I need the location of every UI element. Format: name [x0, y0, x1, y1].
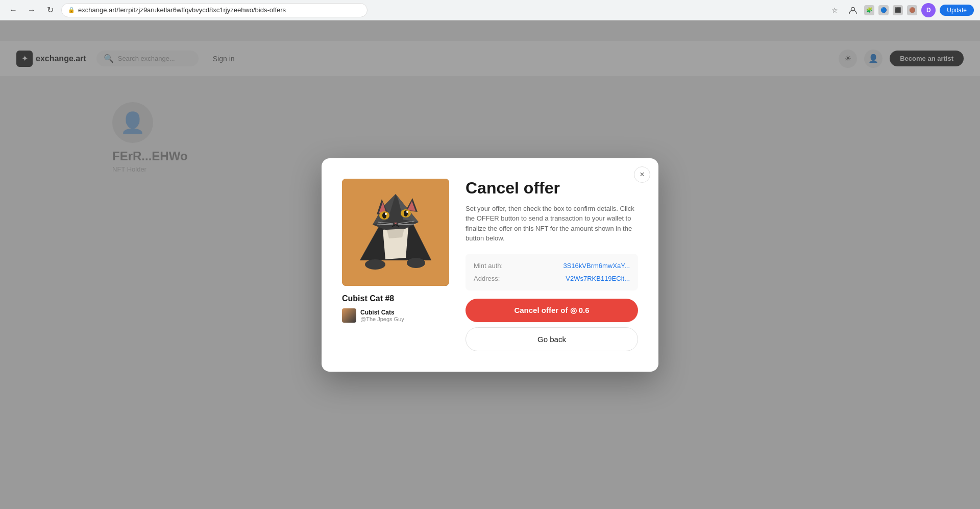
svg-point-25 [365, 259, 385, 270]
svg-marker-24 [387, 229, 404, 238]
cancel-offer-button[interactable]: Cancel offer of ◎ 0.6 [465, 299, 638, 322]
mint-auth-row: Mint auth: 3S16kVBrm6mwXaY... [474, 262, 630, 270]
collection-name: Cubist Cats [360, 309, 404, 316]
user-avatar[interactable]: D [921, 3, 936, 17]
browser-chrome: ← → ↻ 🔒 exchange.art/ferrpitzjz9aruketla… [0, 0, 980, 20]
modal-right-panel: Cancel offer Set your offer, then check … [465, 179, 638, 351]
browser-actions: ☆ 🧩 🔵 ⬛ 🟤 D Update [827, 3, 974, 17]
address-label: Address: [474, 275, 500, 282]
extension-icon-2: 🔵 [878, 5, 889, 15]
nft-image [342, 179, 449, 286]
cancel-offer-modal: × [322, 158, 658, 372]
address-row: Address: V2Ws7RKB119ECit... [474, 275, 630, 282]
update-button[interactable]: Update [940, 5, 974, 16]
url-text: exchange.art/ferrpitzjz9aruketlar6wffqvb… [78, 6, 286, 14]
info-grid: Mint auth: 3S16kVBrm6mwXaY... Address: V… [465, 254, 638, 290]
modal-description: Set your offer, then check the box to co… [465, 204, 638, 244]
url-bar[interactable]: 🔒 exchange.art/ferrpitzjz9aruketlar6wffq… [61, 3, 368, 17]
extension-icon-4: 🟤 [907, 5, 917, 15]
forward-nav-button[interactable]: → [24, 3, 39, 17]
svg-point-15 [385, 213, 387, 215]
svg-point-26 [407, 258, 425, 268]
go-back-button[interactable]: Go back [465, 327, 638, 351]
bookmark-button[interactable]: ☆ [827, 3, 842, 17]
mint-auth-label: Mint auth: [474, 262, 503, 270]
svg-point-16 [406, 211, 408, 213]
back-nav-button[interactable]: ← [6, 3, 20, 17]
lock-icon: 🔒 [68, 7, 75, 13]
cancel-offer-label: Cancel offer of ◎ 0.6 [514, 306, 589, 315]
collection-info: Cubist Cats @The Jpegs Guy [360, 309, 404, 322]
modal-left-panel: Cubist Cat #8 Cubist Cats @The Jpegs Guy [342, 179, 449, 351]
address-value[interactable]: V2Ws7RKB119ECit... [566, 275, 630, 282]
nft-collection: Cubist Cats @The Jpegs Guy [342, 308, 449, 323]
modal-overlay: × [0, 20, 980, 509]
profile-button[interactable] [846, 3, 860, 17]
extension-icon: 🧩 [864, 5, 874, 15]
collection-author: @The Jpegs Guy [360, 316, 404, 322]
mint-auth-value[interactable]: 3S16kVBrm6mwXaY... [563, 262, 630, 270]
modal-close-button[interactable]: × [634, 166, 650, 183]
nft-title: Cubist Cat #8 [342, 294, 449, 303]
refresh-nav-button[interactable]: ↻ [43, 3, 57, 17]
modal-title: Cancel offer [465, 179, 638, 198]
extension-icon-3: ⬛ [893, 5, 903, 15]
collection-thumbnail [342, 308, 356, 323]
